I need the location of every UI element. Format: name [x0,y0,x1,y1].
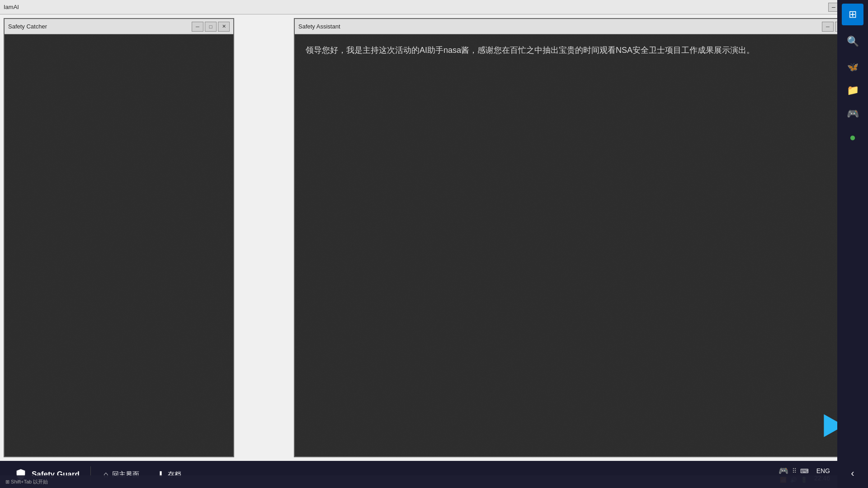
left-restore-btn[interactable]: □ [205,22,217,32]
app1-button[interactable]: 🦋 [842,56,863,78]
explorer-icon: 📁 [847,84,859,96]
steam-tray-icon: 🎮 [778,466,788,476]
left-minimize-btn[interactable]: ─ [192,22,203,32]
lang-display: ENG [816,467,830,474]
main-area: Safety Catcher ─ □ ✕ Safety Assistant ─ … [0,14,868,461]
start-icon: ⊞ [849,9,857,20]
collapse-icon: ‹ [851,468,854,479]
assistant-message: 领导您好，我是主持这次活动的AI助手nasa酱，感谢您在百忙之中抽出宝贵的时间观… [306,43,853,57]
right-panel-title: Safety Assistant [298,23,822,30]
search-icon: 🔍 [847,36,859,47]
search-button[interactable]: 🔍 [842,31,863,52]
keyboard-icon: ⌨ [800,468,809,474]
right-taskbar: ⊞ 🔍 🦋 📁 🎮 ● ‹ [837,0,868,488]
explorer-button[interactable]: 📁 [842,80,863,101]
steam-button[interactable]: 🎮 [842,103,863,125]
helper-text: ⊞ Shift+Tab 以开始 [5,479,48,485]
start-button[interactable]: ⊞ [842,4,863,25]
right-panel-titlebar: Safety Assistant ─ □ ✕ [295,19,863,34]
left-panel: Safety Catcher ─ □ ✕ [4,18,234,457]
left-panel-title: Safety Catcher [8,23,192,30]
right-minimize-btn[interactable]: ─ [822,22,834,32]
collapse-button[interactable]: ‹ [842,463,863,484]
app1-icon: 🦋 [847,61,859,72]
left-panel-controls: ─ □ ✕ [192,22,230,32]
chrome-button[interactable]: ● [842,127,863,148]
bottom-helper-bar: ⊞ Shift+Tab 以开始 [0,475,837,488]
left-panel-content [5,34,233,456]
right-panel: Safety Assistant ─ □ ✕ 领导您好，我是主持这次活动的AI助… [294,18,864,457]
chrome-icon: ● [849,131,856,144]
right-panel-content: 领导您好，我是主持这次活动的AI助手nasa酱，感谢您在百忙之中抽出宝贵的时间观… [295,34,863,456]
tray-icons-row: 🎮 ⠿ ⌨ [778,466,809,476]
left-close-btn[interactable]: ✕ [218,22,230,32]
window-title: IamAI [4,4,19,10]
steam-icon: 🎮 [847,108,859,120]
title-bar: IamAI ─ □ ✕ [0,0,868,14]
tray-separator: ⠿ [792,467,797,474]
left-panel-titlebar: Safety Catcher ─ □ ✕ [5,19,233,34]
